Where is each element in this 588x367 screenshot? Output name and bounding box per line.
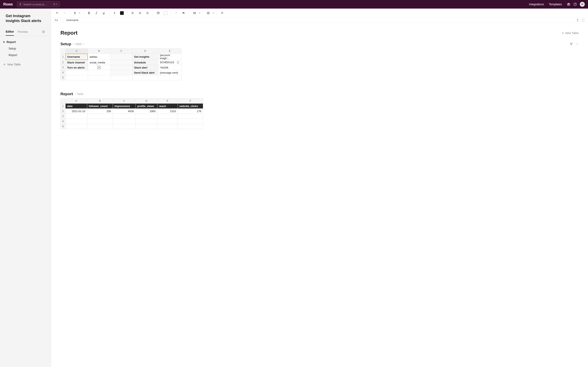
cell[interactable]: date [65,104,87,109]
cell[interactable]: profile_views [136,104,157,109]
col-header[interactable]: C [110,49,132,54]
align-center-button[interactable] [137,10,143,16]
col-header[interactable]: A [65,99,87,104]
cell[interactable]: Slack channel [65,60,88,65]
cell[interactable]: 176 [178,109,203,114]
setup-table[interactable]: A B C D E 1 Username adidas Get insights… [61,48,182,80]
col-header[interactable]: E [158,49,181,54]
cell[interactable] [157,124,178,129]
row-header[interactable]: 2 [61,60,66,65]
cell[interactable] [65,124,87,129]
col-header[interactable]: D [136,99,157,104]
cell[interactable]: Schedule [132,60,158,65]
col-header[interactable]: C [113,99,136,104]
cell[interactable]: 2310 [157,109,178,114]
row-header[interactable]: 1 [61,54,66,60]
cell[interactable]: social_media [88,60,110,65]
refresh-icon[interactable] [176,61,180,64]
cell[interactable]: SCHEDULE [158,60,181,65]
cell[interactable] [88,70,110,75]
cell[interactable]: follower_count [87,104,113,109]
magic-wand-button[interactable] [219,10,225,16]
cell[interactable] [136,114,157,119]
cell[interactable] [158,75,181,80]
cell[interactable] [87,114,113,119]
col-header[interactable]: D [132,49,158,54]
logo[interactable]: Rows [3,2,13,7]
help-icon[interactable] [573,2,577,6]
row-header[interactable]: 2 [61,109,66,114]
filter-icon[interactable] [570,42,573,46]
cell[interactable] [110,65,132,70]
row-header[interactable]: 4 [61,70,66,75]
cell[interactable] [178,124,203,129]
redo-button[interactable] [61,10,68,16]
cell[interactable] [113,114,136,119]
cell[interactable] [65,119,87,124]
cell-reference[interactable]: A1 [51,17,63,23]
expand-icon[interactable] [581,18,585,22]
col-header[interactable]: F [178,99,203,104]
cell[interactable] [178,119,203,124]
cell[interactable] [110,70,132,75]
undo-button[interactable] [54,10,61,16]
cell[interactable] [87,119,113,124]
cell[interactable]: Send Slack alert [132,70,158,75]
cell[interactable]: website_clicks [178,104,203,109]
avatar[interactable]: H [580,2,585,7]
cell[interactable] [88,75,110,80]
cell[interactable]: {message sent} [158,70,181,75]
cell[interactable] [88,65,110,70]
chevron-down-icon[interactable] [83,43,85,45]
integrations-link[interactable]: Integrations [529,3,544,6]
formula-input[interactable]: Username [63,18,576,22]
underline-button[interactable] [100,10,107,16]
fill-none-button[interactable] [162,10,169,16]
share-globe-icon[interactable] [42,30,45,33]
italic-button[interactable] [93,10,100,16]
merge-cells-button[interactable] [191,10,198,16]
search-box[interactable]: Search or jump to... ⌘ K [17,1,60,7]
align-right-button[interactable] [144,10,151,16]
row-header[interactable]: 1 [61,104,66,109]
templates-link[interactable]: Templates [549,3,562,6]
cell[interactable] [136,119,157,124]
section-title-setup[interactable]: Setup [61,42,71,46]
new-table-sidebar[interactable]: New Table [0,61,51,68]
cell[interactable] [87,124,113,129]
sidebar-item-report[interactable]: ▾ Report [0,39,51,45]
sidebar-item-setup[interactable]: Setup [0,45,51,52]
col-header[interactable]: B [88,49,110,54]
section-title-report[interactable]: Report [61,92,73,96]
fill-color-button[interactable] [119,10,125,16]
spreadsheet-title[interactable]: Get Instagram insights Slack alerts [0,13,51,28]
cell[interactable] [110,75,132,80]
cell[interactable]: Turn on alerts [65,65,88,70]
row-header[interactable]: 3 [61,114,66,119]
chevron-down-icon[interactable] [212,12,214,14]
row-header[interactable]: 3 [61,65,66,70]
cell[interactable] [110,60,132,65]
cell[interactable]: {account insigh... [158,54,181,60]
cell[interactable]: 2021-01-10 [65,109,87,114]
cell[interactable]: Get insights [132,54,158,60]
cell[interactable] [65,114,87,119]
row-header[interactable]: 5 [61,124,66,129]
color-palette-button[interactable] [155,10,162,16]
cell[interactable] [65,70,88,75]
checkbox-icon[interactable] [97,66,101,69]
font-size-select[interactable]: 9 [72,11,81,15]
cell[interactable] [136,124,157,129]
increase-decimal-button[interactable]: .00 [181,10,187,16]
new-table-button[interactable]: New Table [562,31,579,35]
cell[interactable] [132,75,158,80]
cell[interactable]: Username [65,54,88,60]
sigma-icon[interactable] [576,18,579,22]
text-color-button[interactable] [111,10,118,16]
col-header[interactable]: A [65,49,88,54]
cell[interactable] [178,114,203,119]
cell[interactable]: 4530 [113,109,136,114]
chevron-down-icon[interactable] [199,12,201,14]
col-header[interactable]: E [157,99,178,104]
cell[interactable] [113,124,136,129]
